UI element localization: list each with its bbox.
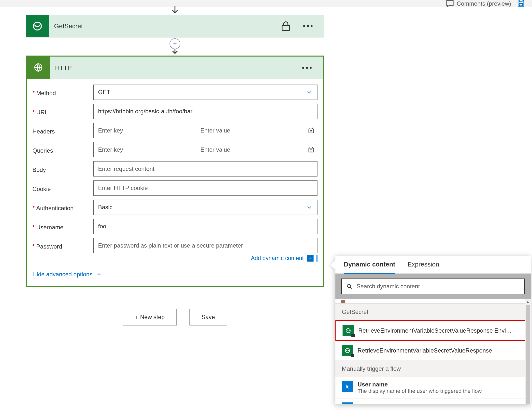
chevron-down-icon bbox=[306, 89, 313, 96]
method-value: GET bbox=[98, 89, 110, 96]
chevron-down-icon bbox=[306, 204, 313, 211]
dataverse-icon bbox=[344, 347, 351, 354]
svg-point-3 bbox=[303, 25, 305, 27]
svg-point-12 bbox=[347, 284, 350, 287]
flow-button-mini-icon bbox=[342, 381, 353, 392]
svg-point-5 bbox=[311, 25, 313, 27]
dynamic-item-sublabel: The display name of the user who trigger… bbox=[358, 388, 524, 394]
dataverse-icon-tile bbox=[26, 15, 49, 37]
queries-label: Queries bbox=[32, 147, 53, 154]
scroll-thumb[interactable] bbox=[526, 305, 530, 404]
svg-point-7 bbox=[302, 67, 304, 69]
authentication-value: Basic bbox=[98, 204, 113, 211]
add-dynamic-content-link[interactable]: Add dynamic content bbox=[251, 255, 317, 262]
dynamic-item-retrieve-env-var-envi[interactable]: RetrieveEnvironmentVariableSecretValueRe… bbox=[335, 320, 531, 341]
svg-rect-0 bbox=[519, 3, 522, 6]
save-icon bbox=[516, 0, 526, 8]
svg-rect-10 bbox=[309, 129, 314, 133]
get-secret-lock-button[interactable] bbox=[278, 19, 293, 33]
dynamic-content-panel: Dynamic content Expression GetSecret Ret… bbox=[335, 256, 531, 404]
svg-point-1 bbox=[33, 22, 41, 30]
svg-point-8 bbox=[306, 67, 308, 69]
http-card-header[interactable]: HTTP bbox=[27, 57, 323, 79]
lock-icon bbox=[279, 20, 292, 32]
pointer-icon bbox=[344, 384, 351, 390]
hide-advanced-options-link[interactable]: Hide advanced options bbox=[32, 271, 102, 278]
section-getsecret: GetSecret bbox=[335, 304, 531, 320]
authentication-select[interactable]: Basic bbox=[93, 200, 317, 215]
arrow-down-icon bbox=[170, 5, 180, 15]
plus-icon bbox=[172, 41, 178, 46]
get-secret-card[interactable]: GetSecret bbox=[26, 15, 324, 37]
get-secret-title: GetSecret bbox=[49, 15, 270, 37]
username-label: Username bbox=[36, 224, 63, 231]
more-horizontal-icon bbox=[302, 20, 314, 32]
more-horizontal-icon bbox=[301, 61, 313, 74]
password-label: Password bbox=[36, 243, 62, 250]
svg-rect-11 bbox=[309, 148, 314, 152]
flow-button-mini-icon bbox=[342, 402, 353, 404]
dynamic-item-label: RetrieveEnvironmentVariableSecretValueRe… bbox=[358, 327, 524, 334]
svg-point-9 bbox=[310, 67, 312, 69]
dynamic-item-cutoff[interactable] bbox=[335, 398, 531, 404]
prev-item-remnant bbox=[335, 299, 531, 304]
tab-dynamic-content[interactable]: Dynamic content bbox=[344, 261, 395, 274]
panel-scrollbar[interactable]: ▲ bbox=[525, 299, 531, 404]
dynamic-item-retrieve-env-var[interactable]: RetrieveEnvironmentVariableSecretValueRe… bbox=[335, 341, 531, 360]
headers-label: Headers bbox=[32, 128, 55, 135]
save-button[interactable]: Save bbox=[189, 309, 227, 325]
queries-key-input[interactable] bbox=[93, 142, 196, 157]
dynamic-caret-bar bbox=[316, 255, 317, 262]
dynamic-search-wrap bbox=[341, 279, 525, 294]
panel-caret-icon bbox=[330, 260, 335, 270]
globe-icon bbox=[33, 62, 44, 73]
body-label: Body bbox=[32, 166, 46, 173]
add-dynamic-content-label: Add dynamic content bbox=[251, 255, 304, 262]
body-input[interactable] bbox=[93, 161, 317, 177]
get-secret-more-button[interactable] bbox=[301, 19, 315, 33]
dataverse-icon bbox=[345, 327, 351, 334]
chevron-up-icon bbox=[96, 271, 102, 278]
comments-label: Comments (preview) bbox=[457, 0, 511, 7]
http-icon-tile bbox=[27, 57, 50, 79]
svg-rect-2 bbox=[282, 26, 289, 30]
queries-bulk-edit-button[interactable] bbox=[307, 146, 315, 154]
section-manual-trigger: Manually trigger a flow bbox=[335, 360, 531, 377]
headers-bulk-edit-button[interactable] bbox=[307, 126, 315, 135]
http-title: HTTP bbox=[50, 64, 291, 72]
uri-label: URI bbox=[36, 109, 46, 116]
dataverse-mini-icon bbox=[343, 325, 354, 336]
method-label: Method bbox=[36, 90, 56, 97]
method-select[interactable]: GET bbox=[93, 85, 317, 100]
new-step-button[interactable]: + New step bbox=[123, 309, 177, 325]
password-input[interactable] bbox=[93, 238, 317, 253]
svg-point-4 bbox=[307, 25, 309, 27]
insert-step-button[interactable] bbox=[170, 38, 180, 49]
headers-key-input[interactable] bbox=[93, 123, 196, 138]
scroll-up-icon[interactable]: ▲ bbox=[526, 299, 530, 305]
uri-input[interactable] bbox=[93, 104, 317, 119]
headers-value-input[interactable] bbox=[196, 123, 299, 138]
cookie-label: Cookie bbox=[32, 186, 51, 192]
dynamic-search-input[interactable] bbox=[357, 283, 520, 290]
search-icon bbox=[346, 283, 353, 290]
dynamic-item-label: RetrieveEnvironmentVariableSecretValueRe… bbox=[358, 347, 524, 354]
text-edit-icon bbox=[307, 126, 315, 134]
http-card: HTTP *Method GET bbox=[26, 56, 324, 287]
tab-expression[interactable]: Expression bbox=[408, 261, 439, 273]
dataverse-mini-icon bbox=[342, 345, 353, 356]
username-input[interactable] bbox=[93, 219, 317, 234]
dynamic-item-label: User name bbox=[358, 381, 524, 388]
dynamic-item-user-name[interactable]: User name The display name of the user w… bbox=[335, 377, 531, 398]
http-more-button[interactable] bbox=[300, 60, 314, 75]
svg-point-13 bbox=[346, 328, 350, 333]
authentication-label: Authentication bbox=[36, 205, 73, 212]
add-dynamic-badge-icon bbox=[307, 255, 314, 262]
dataverse-icon bbox=[31, 20, 43, 32]
svg-point-14 bbox=[345, 348, 349, 353]
queries-value-input[interactable] bbox=[196, 142, 299, 157]
cookie-input[interactable] bbox=[93, 180, 317, 196]
text-edit-icon bbox=[307, 146, 315, 153]
hide-advanced-label: Hide advanced options bbox=[32, 271, 92, 278]
